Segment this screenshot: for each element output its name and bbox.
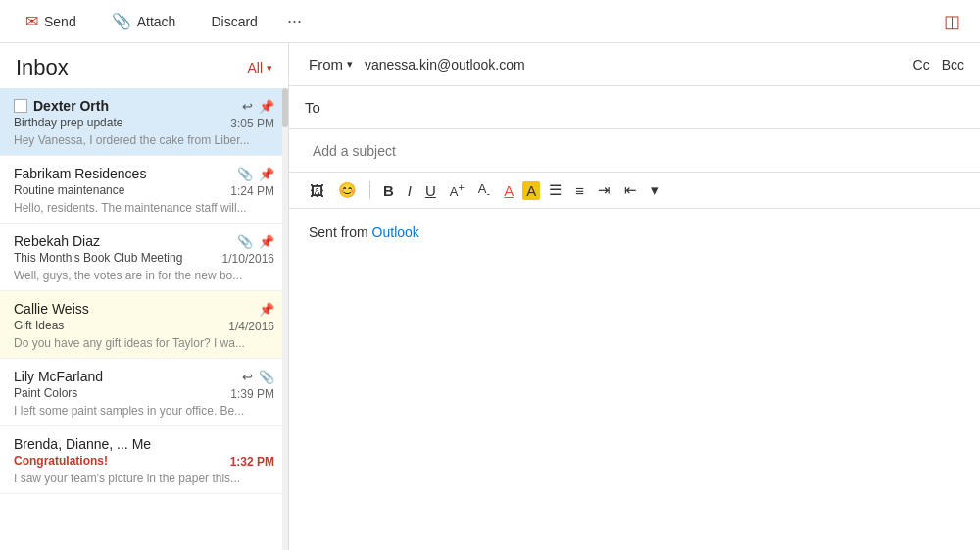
main-area: Inbox All ▾ Dexter Orth ↩ 📌 [0, 43, 980, 550]
inbox-header: Inbox All ▾ [0, 43, 288, 88]
outlook-link[interactable]: Outlook [372, 225, 419, 240]
email-preview: I left some paint samples in your office… [14, 404, 274, 418]
pin-icon: 📌 [259, 99, 274, 114]
scrollbar-track[interactable] [282, 88, 288, 550]
to-label: To [305, 99, 354, 116]
to-row: To [289, 86, 980, 129]
email-time: 1/10/2016 [222, 252, 274, 266]
email-list: Dexter Orth ↩ 📌 Birthday prep update 3:0… [0, 88, 288, 550]
filter-chevron-icon: ▾ [267, 62, 272, 75]
bold-button[interactable]: B [378, 179, 399, 202]
attachment-icon: 📎 [237, 167, 253, 181]
email-subject: Birthday prep update [14, 116, 122, 129]
reply-icon: ↩ [242, 370, 253, 384]
to-input[interactable] [354, 100, 964, 116]
font-size-down-button[interactable]: A- [473, 178, 495, 202]
sender-name: Callie Weiss [14, 301, 89, 317]
subject-row [289, 129, 980, 173]
attach-button[interactable]: 📎 Attach [106, 8, 182, 34]
list-item[interactable]: Fabrikam Residences 📎 📌 Routine maintena… [0, 156, 288, 224]
scrollbar-thumb[interactable] [282, 88, 288, 127]
from-email: vanessa.kin@outlook.com [357, 57, 913, 73]
format-toolbar: 🖼 😊 B I U A+ A- A A ☰ ≡ ⇥ ⇤ ▾ [289, 173, 980, 209]
attach-icon: 📎 [112, 12, 131, 30]
more-format-button[interactable]: ▾ [646, 178, 663, 202]
pin-icon: 📌 [259, 234, 274, 249]
font-size-up-button[interactable]: A+ [445, 178, 469, 202]
pin-icon: 📌 [259, 302, 274, 317]
email-time: 1:24 PM [230, 184, 274, 198]
list-item[interactable]: Brenda, Dianne, ... Me Congratulations! … [0, 426, 288, 494]
font-color-button[interactable]: A [499, 179, 518, 202]
email-checkbox[interactable] [14, 99, 27, 113]
sender-name: Lily McFarland [14, 369, 103, 384]
email-time: 3:05 PM [230, 117, 274, 130]
attachment-icon: 📎 [237, 234, 253, 249]
email-subject: This Month's Book Club Meeting [14, 251, 182, 265]
pin-icon: 📌 [259, 167, 274, 181]
from-button[interactable]: From ▾ [305, 54, 357, 75]
sender-name: Brenda, Dianne, ... Me [14, 436, 151, 452]
compose-pane: From ▾ vanessa.kin@outlook.com Cc Bcc To… [289, 43, 980, 550]
reply-icon: ↩ [242, 99, 253, 114]
discard-label: Discard [211, 14, 257, 29]
cc-bcc-buttons: Cc Bcc [913, 57, 964, 73]
italic-button[interactable]: I [403, 179, 416, 202]
inbox-title: Inbox [16, 55, 69, 80]
highlight-button[interactable]: A [522, 181, 540, 200]
discard-button[interactable]: Discard [205, 10, 263, 33]
list-item[interactable]: Dexter Orth ↩ 📌 Birthday prep update 3:0… [0, 88, 288, 156]
email-time: 1:32 PM [230, 455, 274, 469]
sent-from-text: Sent from Outlook [309, 225, 960, 240]
sender-name: Dexter Orth [33, 98, 109, 114]
window-icon[interactable]: ◫ [944, 11, 960, 32]
email-subject: Congratulations! [14, 454, 108, 468]
email-preview: I saw your team's picture in the paper t… [14, 472, 274, 485]
list-item[interactable]: Lily McFarland ↩ 📎 Paint Colors 1:39 PM … [0, 359, 288, 426]
email-time: 1/4/2016 [228, 320, 274, 333]
send-label: Send [44, 14, 76, 29]
indent-button[interactable]: ⇥ [593, 178, 615, 202]
from-row: From ▾ vanessa.kin@outlook.com Cc Bcc [289, 43, 980, 86]
subject-input[interactable] [305, 143, 964, 159]
email-preview: Hey Vanessa, I ordered the cake from Lib… [14, 133, 274, 147]
more-options-button[interactable]: ··· [287, 11, 302, 31]
send-icon: ✉ [25, 12, 38, 30]
bcc-button[interactable]: Bcc [942, 57, 964, 73]
email-preview: Hello, residents. The maintenance staff … [14, 201, 274, 215]
filter-label: All [247, 60, 263, 75]
attach-label: Attach [137, 14, 176, 29]
from-label: From [309, 56, 343, 73]
list-item[interactable]: Callie Weiss 📌 Gift Ideas 1/4/2016 Do yo… [0, 291, 288, 359]
list-item[interactable]: Rebekah Diaz 📎 📌 This Month's Book Club … [0, 224, 288, 291]
outdent-button[interactable]: ⇤ [619, 178, 642, 202]
emoji-button[interactable]: 😊 [333, 178, 362, 202]
numbered-list-button[interactable]: ≡ [570, 179, 589, 202]
insert-image-button[interactable]: 🖼 [305, 179, 329, 202]
attachment-icon: 📎 [259, 370, 274, 384]
email-subject: Routine maintenance [14, 183, 124, 197]
sender-name: Rebekah Diaz [14, 233, 100, 249]
compose-body[interactable]: Sent from Outlook [289, 209, 980, 550]
sender-name: Fabrikam Residences [14, 166, 146, 181]
from-chevron-icon: ▾ [347, 58, 353, 71]
underline-button[interactable]: U [420, 179, 441, 202]
sidebar: Inbox All ▾ Dexter Orth ↩ 📌 [0, 43, 289, 550]
email-subject: Paint Colors [14, 386, 77, 400]
send-button[interactable]: ✉ Send [20, 8, 82, 34]
email-preview: Well, guys, the votes are in for the new… [14, 269, 274, 282]
toolbar-separator [369, 181, 370, 199]
toolbar: ✉ Send 📎 Attach Discard ··· ◫ [0, 0, 980, 43]
email-subject: Gift Ideas [14, 319, 64, 332]
cc-button[interactable]: Cc [913, 57, 930, 73]
filter-dropdown[interactable]: All ▾ [247, 60, 272, 75]
email-time: 1:39 PM [230, 387, 274, 401]
bullets-button[interactable]: ☰ [544, 178, 566, 202]
email-preview: Do you have any gift ideas for Taylor? I… [14, 336, 274, 350]
